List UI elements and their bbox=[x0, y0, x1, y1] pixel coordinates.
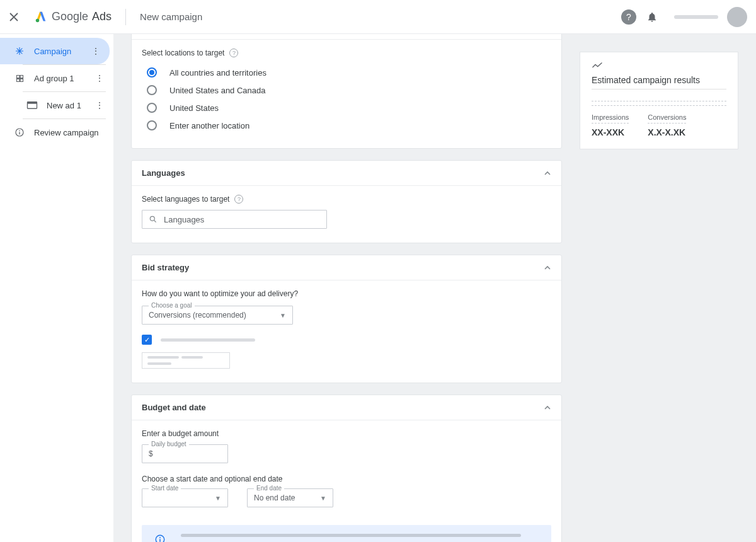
svg-point-8 bbox=[159, 537, 161, 538]
sparkle-icon bbox=[13, 46, 26, 56]
section-title: Bid strategy bbox=[142, 263, 189, 272]
select-value: Conversions (recommended) bbox=[149, 311, 246, 320]
sidebar-item-newad[interactable]: New ad 1 ⋮ bbox=[0, 92, 113, 118]
help-icon[interactable]: ? bbox=[234, 195, 243, 204]
ad-icon bbox=[25, 101, 39, 110]
sidebar: Campaign ⋮ Ad group 1 ⋮ New ad 1 ⋮ Revie… bbox=[0, 34, 113, 542]
field-legend: Start date bbox=[149, 485, 181, 492]
select-value: No end date bbox=[254, 493, 295, 502]
start-date-select[interactable]: Start date ▼ bbox=[142, 488, 228, 507]
daily-budget-input[interactable]: Daily budget $ bbox=[142, 444, 228, 463]
date-prompt: Choose a start date and optional end dat… bbox=[142, 475, 551, 483]
svg-point-0 bbox=[36, 18, 40, 22]
close-icon[interactable] bbox=[9, 12, 24, 22]
chevron-up-icon[interactable] bbox=[544, 170, 551, 177]
section-title: Budget and date bbox=[142, 403, 206, 412]
section-title: Languages bbox=[142, 168, 185, 178]
help-icon[interactable]: ? bbox=[229, 49, 238, 57]
radio-label: All countries and territories bbox=[169, 68, 266, 78]
vertical-divider bbox=[125, 9, 126, 25]
sidebar-item-adgroup[interactable]: Ad group 1 ⋮ bbox=[0, 65, 113, 91]
svg-point-4 bbox=[19, 130, 20, 132]
more-icon[interactable]: ⋮ bbox=[93, 73, 106, 83]
sidebar-item-campaign[interactable]: Campaign ⋮ bbox=[0, 38, 110, 64]
svg-rect-5 bbox=[19, 132, 20, 134]
radio-label: Enter another location bbox=[169, 121, 249, 130]
svg-rect-2 bbox=[28, 102, 37, 104]
est-title: Estimated campaign results bbox=[592, 75, 726, 85]
chevron-up-icon[interactable] bbox=[544, 264, 551, 272]
info-icon bbox=[154, 534, 166, 542]
svg-rect-9 bbox=[159, 539, 161, 542]
chevron-down-icon: ▼ bbox=[320, 495, 326, 502]
more-icon[interactable]: ⋮ bbox=[93, 100, 106, 110]
info-icon bbox=[13, 127, 26, 137]
goal-select[interactable]: Choose a goal Conversions (recommended) … bbox=[142, 306, 293, 325]
metric-value: XX-XXK bbox=[592, 127, 629, 137]
sidebar-item-label: Review campaign bbox=[34, 128, 106, 137]
locations-prompt: Select locations to target bbox=[142, 49, 224, 57]
main-content: Select locations to target ? All countri… bbox=[113, 34, 580, 542]
text-placeholder bbox=[161, 338, 255, 342]
location-option[interactable]: United States bbox=[142, 99, 551, 117]
location-option[interactable]: Enter another location bbox=[142, 117, 551, 134]
estimated-results-card: Estimated campaign results Impressions X… bbox=[580, 52, 738, 149]
languages-prompt: Select languages to target bbox=[142, 195, 229, 204]
grid-icon bbox=[13, 74, 26, 83]
bid-prompt: How do you want to optimize your ad deli… bbox=[142, 289, 551, 298]
sidebar-item-review[interactable]: Review campaign bbox=[0, 119, 113, 146]
chevron-down-icon: ▼ bbox=[280, 312, 286, 319]
metric-label: Impressions bbox=[592, 113, 629, 121]
sidebar-item-label: Campaign bbox=[34, 47, 89, 56]
checkbox[interactable]: ✓ bbox=[142, 335, 152, 345]
svg-point-6 bbox=[150, 216, 154, 221]
radio-icon bbox=[147, 67, 157, 78]
input-placeholder[interactable] bbox=[142, 352, 230, 369]
location-option[interactable]: All countries and territories bbox=[142, 64, 551, 81]
radio-label: United States and Canada bbox=[169, 86, 266, 95]
page-title: New campaign bbox=[140, 11, 202, 22]
google-ads-logo: Google Ads bbox=[34, 10, 112, 24]
chevron-up-icon[interactable] bbox=[544, 404, 551, 412]
radio-icon bbox=[147, 103, 157, 113]
account-placeholder bbox=[674, 15, 718, 19]
sidebar-item-label: Ad group 1 bbox=[34, 74, 93, 83]
info-callout bbox=[142, 525, 551, 542]
radio-label: United States bbox=[169, 103, 219, 113]
search-icon bbox=[149, 215, 158, 224]
field-legend: Choose a goal bbox=[149, 302, 195, 309]
radio-icon bbox=[147, 120, 157, 130]
language-search[interactable]: Languages bbox=[142, 210, 327, 229]
more-icon[interactable]: ⋮ bbox=[89, 46, 102, 56]
help-icon[interactable]: ? bbox=[621, 9, 636, 25]
radio-icon bbox=[147, 85, 157, 95]
chevron-down-icon: ▼ bbox=[215, 495, 221, 502]
end-date-select[interactable]: End date No end date ▼ bbox=[247, 488, 333, 507]
field-legend: Daily budget bbox=[149, 441, 189, 447]
sidebar-item-label: New ad 1 bbox=[47, 101, 93, 110]
budget-prompt: Enter a budget amount bbox=[142, 429, 551, 438]
trend-icon bbox=[592, 61, 726, 70]
currency-symbol: $ bbox=[149, 449, 153, 458]
notifications-icon[interactable] bbox=[646, 11, 660, 23]
metric-label: Conversions bbox=[648, 113, 686, 121]
field-legend: End date bbox=[254, 485, 284, 492]
metric-value: X.X-X.XK bbox=[648, 127, 686, 137]
avatar[interactable] bbox=[727, 7, 747, 27]
search-placeholder: Languages bbox=[164, 215, 204, 224]
location-option[interactable]: United States and Canada bbox=[142, 81, 551, 99]
